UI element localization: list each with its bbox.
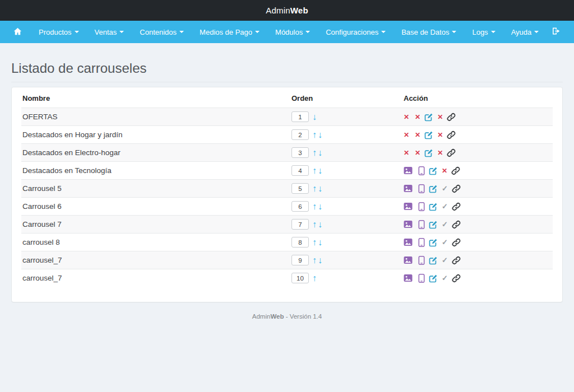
mobile-icon[interactable]: [418, 256, 425, 265]
move-down-button[interactable]: ↓: [317, 148, 323, 157]
nav-item-medios-de-pago[interactable]: Medios de Pago: [192, 21, 267, 43]
move-up-button[interactable]: ↑: [312, 255, 317, 265]
delete-icon[interactable]: ✕: [404, 132, 409, 138]
order-input[interactable]: [291, 147, 309, 158]
mobile-icon[interactable]: [418, 166, 425, 175]
move-up-button[interactable]: ↑: [312, 166, 317, 175]
link-icon[interactable]: [452, 256, 461, 265]
table-row: Destacados en Electro-hogar↑↓✕✕✕: [21, 144, 553, 162]
mobile-icon[interactable]: [418, 274, 425, 283]
edit-icon[interactable]: [429, 256, 438, 265]
link-icon[interactable]: [447, 113, 456, 122]
order-input[interactable]: [291, 255, 309, 265]
edit-icon[interactable]: [429, 202, 438, 211]
delete-icon[interactable]: ✕: [415, 132, 420, 138]
move-up-button[interactable]: ↑: [312, 130, 317, 139]
home-button[interactable]: [4, 21, 31, 43]
mobile-icon[interactable]: [418, 220, 425, 229]
table-row: Destacados en Hogar y jardín↑↓✕✕✕: [21, 126, 553, 144]
check-icon[interactable]: ✓: [442, 274, 448, 282]
nav-item-ventas[interactable]: Ventas: [87, 21, 132, 43]
logout-button[interactable]: [549, 27, 563, 37]
move-down-button[interactable]: ↓: [317, 202, 323, 211]
check-icon[interactable]: ✓: [442, 203, 448, 210]
nav-item-contenidos[interactable]: Contenidos: [132, 21, 192, 43]
move-down-button[interactable]: ↓: [317, 130, 323, 139]
move-up-button[interactable]: ↑: [312, 202, 317, 211]
move-down-button[interactable]: ↓: [317, 166, 323, 175]
move-down-button[interactable]: ↓: [317, 255, 323, 265]
order-input[interactable]: [291, 165, 309, 176]
page-title: Listado de carrouseles: [11, 60, 563, 76]
move-up-button[interactable]: ↑: [312, 220, 317, 229]
link-icon[interactable]: [452, 184, 461, 193]
nav-item-logs[interactable]: Logs: [464, 21, 503, 43]
mobile-icon[interactable]: [418, 184, 425, 193]
order-cell: ↑: [290, 269, 402, 287]
edit-icon[interactable]: [424, 113, 433, 122]
link-icon[interactable]: [451, 166, 460, 175]
edit-icon[interactable]: [424, 148, 433, 157]
delete-icon[interactable]: ✕: [415, 114, 420, 120]
image-icon[interactable]: [404, 256, 413, 264]
image-icon[interactable]: [404, 202, 413, 211]
image-icon[interactable]: [404, 274, 413, 282]
image-icon[interactable]: [404, 184, 413, 193]
nav-item-label: Ventas: [95, 28, 117, 36]
link-icon[interactable]: [452, 220, 461, 229]
link-icon[interactable]: [447, 130, 456, 139]
nav-item-ayuda[interactable]: Ayuda: [503, 21, 547, 43]
mobile-icon[interactable]: [418, 202, 425, 211]
action-cell: ✕✕✕: [402, 126, 553, 144]
nav-item-configuraciones[interactable]: Configuraciones: [318, 21, 394, 43]
order-input[interactable]: [291, 219, 309, 230]
app-footer: AdminWeb - Versión 1.4: [11, 313, 563, 320]
carousel-name: OFERTAS: [21, 108, 290, 126]
link-icon[interactable]: [447, 148, 456, 157]
edit-icon[interactable]: [429, 238, 438, 247]
edit-icon[interactable]: [424, 130, 433, 139]
order-input[interactable]: [291, 237, 309, 248]
image-icon[interactable]: [404, 166, 413, 175]
order-cell: ↑↓: [290, 198, 402, 216]
link-icon[interactable]: [452, 202, 461, 211]
check-icon[interactable]: ✓: [442, 185, 448, 192]
order-input[interactable]: [291, 273, 309, 283]
edit-icon[interactable]: [429, 220, 438, 229]
mobile-icon[interactable]: [418, 238, 425, 247]
delete-icon[interactable]: ✕: [404, 150, 409, 156]
image-icon[interactable]: [404, 220, 413, 228]
order-input[interactable]: [291, 183, 309, 194]
delete-icon[interactable]: ✕: [437, 114, 443, 120]
move-down-button[interactable]: ↓: [312, 112, 317, 122]
delete-icon[interactable]: ✕: [442, 167, 447, 174]
order-input[interactable]: [291, 201, 309, 212]
nav-item-modulos[interactable]: Módulos: [267, 21, 318, 43]
move-up-button[interactable]: ↑: [312, 184, 317, 193]
move-down-button[interactable]: ↓: [317, 220, 323, 229]
link-icon[interactable]: [452, 274, 461, 283]
delete-icon[interactable]: ✕: [404, 114, 409, 120]
check-icon[interactable]: ✓: [442, 239, 448, 246]
delete-icon[interactable]: ✕: [415, 150, 420, 156]
delete-icon[interactable]: ✕: [437, 132, 443, 138]
move-up-button[interactable]: ↑: [312, 237, 317, 247]
nav-item-label: Contenidos: [140, 28, 177, 36]
image-icon[interactable]: [404, 238, 413, 246]
order-input[interactable]: [291, 129, 309, 140]
check-icon[interactable]: ✓: [442, 221, 448, 228]
link-icon[interactable]: [452, 238, 461, 247]
move-down-button[interactable]: ↓: [317, 184, 323, 193]
check-icon[interactable]: ✓: [442, 256, 448, 264]
move-up-button[interactable]: ↑: [312, 273, 317, 283]
edit-icon[interactable]: [429, 274, 438, 283]
nav-item-productos[interactable]: Productos: [31, 21, 87, 43]
edit-icon[interactable]: [429, 166, 438, 175]
edit-icon[interactable]: [429, 184, 438, 193]
nav-item-base-de-datos[interactable]: Base de Datos: [394, 21, 464, 43]
move-up-button[interactable]: ↑: [312, 148, 317, 157]
move-down-button[interactable]: ↓: [317, 237, 323, 247]
order-input[interactable]: [291, 111, 309, 122]
nav-item-label: Medios de Pago: [200, 28, 252, 36]
delete-icon[interactable]: ✕: [437, 150, 443, 156]
